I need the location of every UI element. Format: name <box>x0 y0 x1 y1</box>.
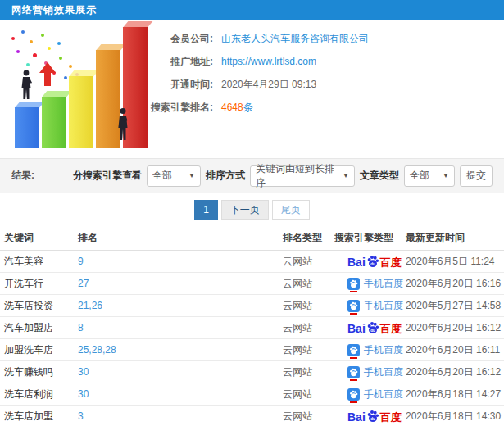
updated-time-cell: 2020年5月27日 14:58 <box>406 299 504 313</box>
baidu-pc-logo: Bai du 百度 <box>347 410 402 423</box>
baidu-mobile-logo: 手机百度 <box>347 299 403 313</box>
account-info-section: 会员公司: 山东老人头汽车服务咨询有限公司 推广地址: https://www.… <box>0 20 504 158</box>
rank-type-cell: 云网站 <box>283 321 334 335</box>
sort-filter-select[interactable]: 关键词由短到长排序 ▼ <box>250 165 355 187</box>
updated-time-cell: 2020年6月20日 16:11 <box>406 343 504 357</box>
baidu-mobile-logo: 手机百度 <box>347 277 403 291</box>
keyword-cell: 洗车赚钱吗 <box>4 365 78 379</box>
open-time-label: 开通时间: <box>139 78 213 92</box>
rank-type-cell: 云网站 <box>283 387 334 401</box>
updated-time-cell: 2020年6月20日 16:12 <box>406 365 504 379</box>
article-type-value: 全部 <box>410 169 429 183</box>
rank-type-cell: 云网站 <box>283 277 334 291</box>
engine-type-cell: 手机百度 <box>334 299 406 313</box>
baidu-mobile-logo: 手机百度 <box>347 387 403 401</box>
rank-cell[interactable]: 8 <box>78 322 283 333</box>
engine-type-cell: Bai du 百度 <box>334 255 406 268</box>
next-page-button[interactable]: 下一页 <box>221 200 269 220</box>
updated-time-cell: 2020年6月18日 14:27 <box>406 387 504 401</box>
table-row: 洗车店利润30云网站 手机百度2020年6月18日 14:27 <box>0 383 504 406</box>
rank-cell[interactable]: 25,28,28 <box>78 344 283 356</box>
engine-type-cell: 手机百度 <box>334 343 406 357</box>
engine-filter-label: 分搜索引擎查看 <box>73 169 142 183</box>
table-row: 洗车店加盟3云网站 Bai du 百度2020年6月18日 14:30 <box>0 406 504 426</box>
column-header: 排名 <box>78 231 283 245</box>
filter-controls: 分搜索引擎查看 全部 ▼ 排序方式 关键词由短到长排序 ▼ 文章类型 全部 ▼ … <box>73 165 493 187</box>
engine-type-cell: 手机百度 <box>334 387 406 401</box>
engine-filter-value: 全部 <box>152 169 172 183</box>
table-row: 洗车赚钱吗30云网站 手机百度2020年6月20日 16:12 <box>0 361 504 383</box>
last-page-button[interactable]: 尾页 <box>272 200 310 220</box>
sort-filter-label: 排序方式 <box>206 169 245 183</box>
baidu-paw-icon: du <box>366 410 379 423</box>
rank-cell[interactable]: 21,26 <box>78 300 283 311</box>
table-row: 汽车加盟店8云网站 Bai du 百度2020年6月20日 16:12 <box>0 317 504 339</box>
rank-count-label: 搜索引擎排名: <box>139 101 213 115</box>
promo-url-link[interactable]: https://www.lrtlsd.com <box>221 56 316 67</box>
keyword-cell: 洗车店利润 <box>4 387 78 401</box>
article-type-label: 文章类型 <box>360 169 399 183</box>
growth-arrow-icon <box>39 62 56 73</box>
rank-cell[interactable]: 3 <box>78 410 283 422</box>
column-header: 最新更新时间 <box>406 231 504 245</box>
company-label: 会员公司: <box>139 32 213 46</box>
businessman-figure-left <box>20 70 33 101</box>
rank-cell[interactable]: 27 <box>78 278 283 289</box>
info-row-company: 会员公司: 山东老人头汽车服务咨询有限公司 <box>139 27 369 50</box>
table-row: 洗车店投资21,26云网站 手机百度2020年5月27日 14:58 <box>0 295 504 317</box>
marketing-chart-graphic <box>5 25 151 155</box>
open-time-value: 2020年4月29日 09:13 <box>221 78 316 92</box>
rank-count-value: 4648条 <box>221 101 253 115</box>
baidu-mobile-icon <box>347 388 360 401</box>
keyword-cell: 汽车美容 <box>4 255 78 269</box>
baidu-mobile-icon <box>347 300 360 312</box>
updated-time-cell: 2020年6月5日 11:24 <box>406 255 504 269</box>
chevron-down-icon: ▼ <box>184 172 195 179</box>
page-title: 网络营销效果展示 <box>11 3 97 17</box>
page-header: 网络营销效果展示 <box>0 0 504 20</box>
svg-text:du: du <box>370 417 375 421</box>
baidu-mobile-logo: 手机百度 <box>347 365 403 379</box>
column-header: 关键词 <box>4 231 78 245</box>
rank-cell[interactable]: 30 <box>78 366 283 378</box>
results-table-body: 汽车美容9云网站 Bai du 百度2020年6月5日 11:24开洗车行27云… <box>0 251 504 426</box>
svg-text:du: du <box>370 329 375 333</box>
rank-type-cell: 云网站 <box>283 365 334 379</box>
keyword-cell: 洗车店投资 <box>4 299 78 313</box>
rank-count-suffix: 条 <box>243 102 253 113</box>
keyword-cell: 汽车加盟店 <box>4 321 78 335</box>
engine-type-cell: Bai du 百度 <box>334 410 406 423</box>
table-row: 加盟洗车店25,28,28云网站 手机百度2020年6月20日 16:11 <box>0 339 504 361</box>
engine-filter-select[interactable]: 全部 ▼ <box>147 165 201 187</box>
results-table: 关键词排名排名类型搜索引擎类型最新更新时间 汽车美容9云网站 Bai du 百度… <box>0 226 504 426</box>
rank-cell[interactable]: 30 <box>78 388 283 400</box>
column-header: 排名类型 <box>283 231 334 245</box>
filter-bar: 结果: 分搜索引擎查看 全部 ▼ 排序方式 关键词由短到长排序 ▼ 文章类型 全… <box>0 158 504 193</box>
result-label: 结果: <box>11 169 34 183</box>
article-type-select[interactable]: 全部 ▼ <box>404 165 455 187</box>
updated-time-cell: 2020年6月20日 16:16 <box>406 277 504 291</box>
baidu-pc-logo: Bai du 百度 <box>347 321 402 334</box>
bar-chart-decoration <box>5 25 151 148</box>
keyword-cell: 洗车店加盟 <box>4 410 78 424</box>
page-number-current[interactable]: 1 <box>194 200 218 220</box>
rank-cell[interactable]: 9 <box>78 256 283 267</box>
keyword-cell: 加盟洗车店 <box>4 343 78 357</box>
info-row-rank-count: 搜索引擎排名: 4648条 <box>139 96 369 119</box>
rank-count-number: 4648 <box>221 102 243 113</box>
submit-button[interactable]: 提交 <box>460 165 493 187</box>
keyword-cell: 开洗车行 <box>4 277 78 291</box>
company-link[interactable]: 山东老人头汽车服务咨询有限公司 <box>221 32 369 46</box>
engine-type-cell: 手机百度 <box>334 365 406 379</box>
chevron-down-icon: ▼ <box>338 172 349 179</box>
baidu-paw-icon: du <box>366 321 379 334</box>
column-header: 搜索引擎类型 <box>334 231 406 245</box>
rank-type-cell: 云网站 <box>283 343 334 357</box>
engine-type-cell: 手机百度 <box>334 277 406 291</box>
svg-text:du: du <box>370 262 375 266</box>
rank-type-cell: 云网站 <box>283 299 334 313</box>
engine-type-cell: Bai du 百度 <box>334 321 406 334</box>
baidu-pc-logo: Bai du 百度 <box>347 255 402 268</box>
sort-filter-value: 关键词由短到长排序 <box>256 162 338 190</box>
baidu-mobile-icon <box>347 344 360 356</box>
